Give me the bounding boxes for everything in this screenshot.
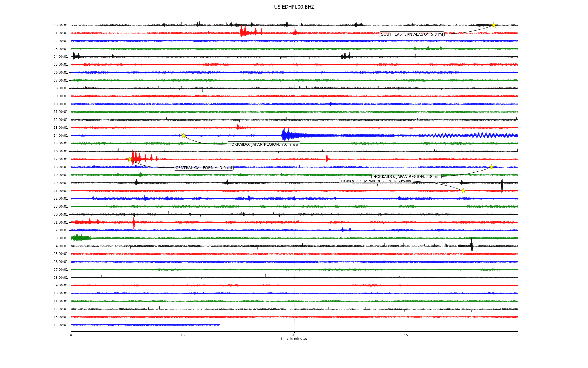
- trace-time-label: 13:00:01: [19, 315, 68, 319]
- trace-time-label: 00:00:01: [19, 213, 68, 217]
- event-annotation: CENTRAL CALIFORNIA, 3.6 ml: [174, 165, 234, 171]
- trace-time-label: 05:00:01: [19, 63, 68, 67]
- trace-time-label: 15:00:01: [19, 141, 68, 145]
- seismogram-figure: US.EDHPI.00.BHZ 00:00:0101:00:0102:00:01…: [0, 0, 588, 368]
- event-annotation: HOKKAIDO, JAPAN REGION, 7.6 mww: [227, 141, 300, 147]
- trace-time-label: 09:00:01: [19, 283, 68, 287]
- trace-time-label: 18:00:01: [19, 165, 68, 169]
- event-annotation: SOUTHEASTERN ALASKA, 5.8 ml: [379, 31, 445, 37]
- trace-time-label: 13:00:01: [19, 126, 68, 130]
- trace-time-label: 22:00:01: [19, 197, 68, 201]
- trace-time-label: 03:00:01: [19, 47, 68, 51]
- trace-time-label: 02:00:01: [19, 39, 68, 43]
- trace-time-label: 16:00:01: [19, 149, 68, 153]
- trace-time-label: 07:00:01: [19, 79, 68, 82]
- seismogram-canvas: [0, 0, 588, 368]
- trace-time-label: 09:00:01: [19, 94, 68, 98]
- trace-time-label: 14:00:01: [19, 134, 68, 138]
- trace-time-label: 08:00:01: [19, 276, 68, 280]
- trace-time-label: 21:00:01: [19, 189, 68, 193]
- trace-time-label: 01:00:01: [19, 220, 68, 224]
- trace-time-label: 02:00:01: [19, 228, 68, 232]
- trace-time-label: 01:00:01: [19, 31, 68, 35]
- trace-time-label: 07:00:01: [19, 268, 68, 272]
- trace-time-label: 23:00:01: [19, 205, 68, 209]
- trace-time-label: 04:00:01: [19, 55, 68, 59]
- trace-time-label: 14:00:01: [19, 323, 68, 327]
- trace-time-label: 06:00:01: [19, 71, 68, 75]
- event-annotation: HOKKAIDO, JAPAN REGION, 5.8 mb: [371, 174, 442, 179]
- plot-title: US.EDHPI.00.BHZ: [71, 4, 518, 10]
- trace-time-label: 05:00:01: [19, 252, 68, 256]
- trace-time-label: 20:00:01: [19, 181, 68, 185]
- trace-time-label: 08:00:01: [19, 86, 68, 90]
- trace-time-label: 17:00:01: [19, 157, 68, 161]
- trace-time-label: 10:00:01: [19, 291, 68, 295]
- trace-time-label: 12:00:01: [19, 307, 68, 311]
- trace-time-label: 06:00:01: [19, 260, 68, 264]
- trace-time-label: 03:00:01: [19, 236, 68, 240]
- trace-time-label: 10:00:01: [19, 102, 68, 106]
- trace-time-label: 12:00:01: [19, 118, 68, 122]
- trace-time-label: 04:00:01: [19, 244, 68, 248]
- trace-time-label: 11:00:01: [19, 299, 68, 303]
- trace-time-label: 00:00:01: [19, 23, 68, 27]
- trace-time-label: 19:00:01: [19, 173, 68, 177]
- trace-time-label: 11:00:01: [19, 110, 68, 114]
- x-axis-label: time in minutes: [71, 337, 518, 341]
